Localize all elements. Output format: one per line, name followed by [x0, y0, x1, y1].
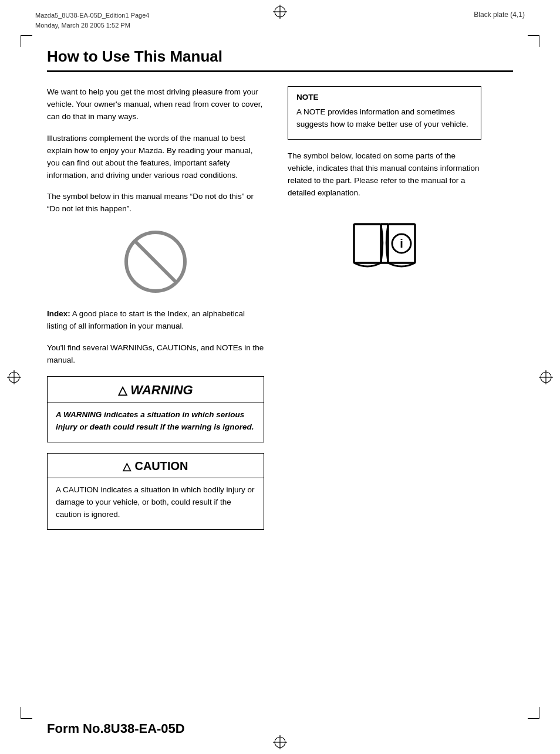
page: Mazda5_8U38-EA-05D_Edition1 Page4 Monday… [0, 0, 560, 754]
book-icon: i [349, 217, 420, 276]
main-content: How to Use This Manual We want to help y… [0, 30, 560, 558]
caution-box: △CAUTION A CAUTION indicates a situation… [47, 453, 264, 530]
header-right: Black plate (4,1) [474, 11, 525, 19]
corner-mark-tr [528, 35, 539, 47]
warning-title: WARNING [130, 383, 193, 397]
crosshair-left [7, 370, 21, 384]
title-divider [47, 70, 513, 72]
corner-mark-bl [21, 707, 32, 719]
book-icon-container: i [288, 217, 481, 276]
no-symbol-container [47, 229, 264, 294]
corner-mark-tl [21, 35, 32, 47]
index-paragraph: Index: A good place to start is the Inde… [47, 308, 264, 333]
crosshair-right [539, 370, 553, 384]
left-column: We want to help you get the most driving… [47, 86, 264, 540]
note-text: A NOTE provides information and sometime… [296, 107, 468, 129]
page-footer: Form No.8U38-EA-05D [0, 721, 560, 736]
warnings-intro: You'll find several WARNINGs, CAUTIONs, … [47, 342, 264, 367]
warning-header: △WARNING [48, 377, 264, 403]
header-line1: Mazda5_8U38-EA-05D_Edition1 Page4 [35, 11, 149, 21]
warning-triangle-icon: △ [118, 383, 127, 397]
right-para1: The symbol below, located on some parts … [288, 150, 481, 200]
page-title: How to Use This Manual [47, 48, 513, 66]
header-left: Mazda5_8U38-EA-05D_Edition1 Page4 Monday… [35, 11, 149, 30]
caution-title: CAUTION [134, 459, 188, 472]
warning-box: △WARNING A WARNING indicates a situation… [47, 376, 264, 442]
caution-header: △CAUTION [48, 454, 264, 478]
note-title: NOTE [296, 93, 473, 102]
caution-triangle-icon: △ [123, 460, 131, 473]
two-column-layout: We want to help you get the most driving… [47, 86, 513, 540]
svg-text:i: i [400, 237, 403, 250]
index-label: Index: [47, 309, 70, 318]
svg-line-13 [134, 240, 177, 283]
crosshair-bottom [273, 735, 287, 749]
crosshair-top [273, 5, 287, 19]
right-column: NOTE A NOTE provides information and som… [288, 86, 481, 540]
left-para3: The symbol below in this manual means “D… [47, 191, 264, 215]
footer-text: Form No.8U38-EA-05D [47, 721, 185, 736]
left-para1: We want to help you get the most driving… [47, 86, 264, 123]
warning-body: A WARNING indicates a situation in which… [48, 403, 264, 442]
index-text: A good place to start is the Index, an a… [47, 309, 245, 330]
no-symbol-icon [123, 229, 188, 294]
corner-mark-br [528, 707, 539, 719]
caution-body: A CAUTION indicates a situation in which… [48, 478, 264, 529]
svg-rect-14 [354, 224, 381, 263]
note-box: NOTE A NOTE provides information and som… [288, 86, 481, 140]
left-para2: Illustrations complement the words of th… [47, 133, 264, 182]
header-line2: Monday, March 28 2005 1:52 PM [35, 21, 149, 31]
